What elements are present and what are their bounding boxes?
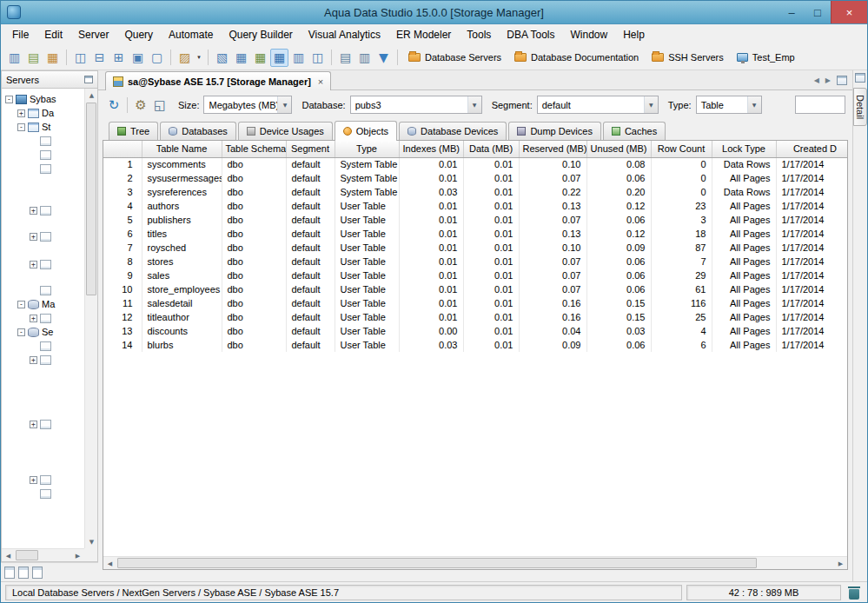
cell[interactable]: 0.22 (519, 185, 586, 199)
tab-databases[interactable]: Databases (160, 122, 236, 140)
menu-automate[interactable]: Automate (161, 26, 221, 43)
dropdown-arrow-icon[interactable] (467, 96, 481, 113)
cell[interactable]: All Pages (712, 282, 776, 296)
cell[interactable]: 0.06 (586, 282, 651, 296)
cell[interactable]: 0.20 (586, 185, 651, 199)
cell[interactable]: User Table (335, 324, 399, 338)
cell[interactable]: All Pages (712, 296, 776, 310)
cell[interactable]: 0.01 (463, 157, 519, 171)
cell[interactable]: 0.04 (519, 324, 586, 338)
tree-item[interactable]: + (2, 203, 84, 217)
cell[interactable]: 0.07 (519, 255, 586, 268)
cell[interactable]: 1/17/2014 (776, 268, 848, 282)
storage-manager-icon[interactable]: ▦ (270, 49, 288, 67)
row-number-cell[interactable]: 4 (103, 199, 142, 213)
row-number-cell[interactable]: 5 (103, 213, 142, 227)
cell[interactable]: syscomments (142, 157, 222, 171)
table-row[interactable]: 14blurbsdbodefaultUser Table0.030.010.09… (103, 338, 848, 352)
cell[interactable]: All Pages (712, 324, 776, 338)
cell[interactable]: discounts (142, 324, 222, 338)
close-button[interactable]: × (831, 1, 867, 23)
cell[interactable]: 0.01 (463, 282, 519, 296)
cell[interactable]: 0.01 (463, 171, 519, 185)
cell[interactable]: User Table (335, 255, 399, 268)
tree-item[interactable]: + (2, 353, 84, 367)
cell[interactable]: 0.06 (586, 268, 651, 282)
tree-item-st[interactable]: -St (2, 120, 84, 134)
garbage-collect-icon[interactable] (848, 585, 860, 600)
tree-item[interactable] (2, 162, 84, 176)
refresh-icon[interactable]: ↻ (105, 96, 123, 114)
detail-dock-tab[interactable]: Detail (853, 88, 867, 126)
scroll-left-icon[interactable] (103, 557, 116, 570)
cell[interactable]: 0.13 (519, 199, 586, 213)
cell[interactable]: dbo (222, 213, 286, 227)
tab-dump-devices[interactable]: Dump Devices (508, 122, 601, 140)
cell[interactable]: 0.01 (463, 227, 519, 241)
cell[interactable]: 0 (651, 171, 712, 185)
column-header-type[interactable]: Type (335, 141, 399, 157)
cell[interactable]: 0.06 (586, 338, 651, 352)
expand-icon[interactable]: + (30, 476, 37, 484)
pivot-grid-icon[interactable]: ▦ (251, 49, 269, 67)
cell[interactable]: stores (142, 255, 222, 268)
menu-query[interactable]: Query (116, 26, 161, 43)
cell[interactable]: 0.00 (399, 324, 463, 338)
cell[interactable]: 1/17/2014 (776, 157, 848, 171)
table-row[interactable]: 9salesdbodefaultUser Table0.010.010.070.… (103, 268, 848, 282)
cell[interactable]: 1/17/2014 (776, 199, 848, 213)
tree-item[interactable]: + (2, 417, 84, 431)
cell[interactable]: 23 (651, 199, 712, 213)
table-row[interactable]: 13discountsdbodefaultUser Table0.000.010… (103, 324, 848, 338)
register-server-icon[interactable]: ▥ (5, 49, 23, 67)
cell[interactable]: 116 (651, 296, 712, 310)
cell[interactable]: sales (142, 268, 222, 282)
cell[interactable]: dbo (222, 241, 286, 255)
column-header-table-schema[interactable]: Table Schema (222, 141, 286, 157)
cell[interactable]: User Table (335, 268, 399, 282)
form-view-icon[interactable]: ◫ (308, 49, 327, 67)
cell[interactable]: User Table (335, 296, 399, 310)
table-row[interactable]: 4authorsdbodefaultUser Table0.010.010.13… (103, 199, 848, 213)
size-select[interactable]: Megabytes (MB) (203, 96, 292, 114)
cell[interactable]: 0.06 (586, 213, 651, 227)
cell[interactable]: 1/17/2014 (776, 255, 848, 268)
tree-item[interactable] (2, 339, 84, 353)
cell[interactable]: All Pages (712, 255, 776, 268)
menu-er-modeler[interactable]: ER Modeler (388, 26, 459, 43)
table-row[interactable]: 8storesdbodefaultUser Table0.010.010.070… (103, 255, 848, 268)
cell[interactable]: 0.01 (399, 296, 463, 310)
dock-layout-icon[interactable] (855, 73, 865, 83)
row-number-cell[interactable]: 1 (103, 157, 142, 171)
cell[interactable]: publishers (142, 213, 222, 227)
tab-scroll-left-icon[interactable] (814, 76, 819, 84)
menu-server[interactable]: Server (70, 26, 116, 43)
cell[interactable]: 0.01 (399, 241, 463, 255)
cell[interactable]: Data Rows (712, 157, 776, 171)
tab-device-usages[interactable]: Device Usages (238, 122, 333, 140)
cell[interactable]: 0.07 (519, 268, 586, 282)
cell[interactable]: All Pages (712, 213, 776, 227)
cell[interactable]: dbo (222, 296, 286, 310)
tree-item-se[interactable]: -Se (2, 325, 84, 339)
row-number-header[interactable] (103, 141, 142, 157)
cell[interactable]: 0.12 (586, 227, 651, 241)
cell[interactable]: 0.01 (399, 310, 463, 324)
cell[interactable]: default (286, 227, 335, 241)
row-number-cell[interactable]: 14 (103, 338, 142, 352)
cell[interactable]: default (286, 171, 335, 185)
cell[interactable]: 0.07 (519, 213, 586, 227)
cell[interactable]: All Pages (712, 199, 776, 213)
cell[interactable]: default (286, 296, 335, 310)
cell[interactable]: 0.03 (399, 185, 463, 199)
cell[interactable]: sysusermessages (142, 171, 222, 185)
test-emp-button[interactable]: Test_Emp (731, 50, 801, 64)
cell[interactable]: 1/17/2014 (776, 171, 848, 185)
cell[interactable]: dbo (222, 227, 286, 241)
table-row[interactable]: 3sysreferencesdbodefaultSystem Table0.03… (103, 185, 848, 199)
tree-item[interactable] (2, 283, 84, 297)
menu-visual-analytics[interactable]: Visual Analytics (301, 26, 388, 43)
cell[interactable]: 1/17/2014 (776, 282, 848, 296)
cell[interactable]: 1/17/2014 (776, 213, 848, 227)
segment-select[interactable]: default (537, 96, 659, 114)
